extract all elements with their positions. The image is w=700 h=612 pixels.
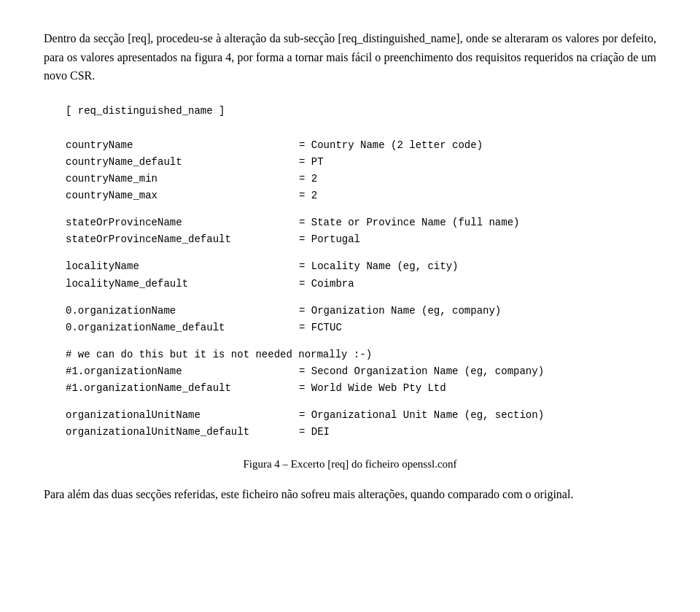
code-line-18: organizationalUnitName= Organizational U… (66, 407, 656, 424)
code-line-19: organizationalUnitName_default= DEI (66, 424, 656, 441)
code-line-15: #1.organizationName= Second Organization… (66, 363, 656, 380)
bottom-paragraph: Para além das duas secções referidas, es… (44, 485, 656, 504)
code-line-8: localityName= Locality Name (eg, city) (66, 258, 656, 275)
code-block: [ req_distinguished_name ] (66, 103, 656, 120)
code-line-1: countryName_default= PT (66, 154, 656, 171)
code-key-3: countryName_max (66, 187, 299, 204)
code-value-18: Organizational Unit Name (eg, section) (311, 407, 544, 424)
code-eq-12: = (299, 319, 311, 336)
code-line-2: countryName_min= 2 (66, 171, 656, 187)
code-line-5: stateOrProvinceName= State or Province N… (66, 214, 656, 231)
code-value-1: PT (311, 154, 324, 171)
code-eq-3: = (299, 187, 311, 204)
intro-paragraph: Dentro da secção [req], procedeu-se à al… (44, 29, 656, 85)
code-eq-5: = (299, 214, 311, 231)
code-line-14: # we can do this but it is not needed no… (66, 346, 656, 363)
code-key-0: countryName (66, 137, 299, 154)
code-key-6: stateOrProvinceName_default (66, 231, 299, 248)
code-eq-2: = (299, 171, 311, 187)
code-spacer-17 (66, 397, 656, 407)
figure-caption: Figura 4 – Excerto [req] do ficheiro ope… (44, 458, 656, 470)
code-spacer-7 (66, 248, 656, 258)
code-section-header: [ req_distinguished_name ] (66, 103, 656, 120)
code-value-0: Country Name (2 letter code) (311, 137, 483, 154)
code-eq-6: = (299, 231, 311, 248)
code-key-12: 0.organizationName_default (66, 319, 299, 336)
code-key-11: 0.organizationName (66, 303, 299, 319)
code-line-12: 0.organizationName_default= FCTUC (66, 319, 656, 336)
code-line-3: countryName_max= 2 (66, 187, 656, 204)
code-line-16: #1.organizationName_default= World Wide … (66, 380, 656, 397)
code-key-8: localityName (66, 258, 299, 275)
code-spacer-13 (66, 336, 656, 346)
code-key-5: stateOrProvinceName (66, 214, 299, 231)
code-value-8: Locality Name (eg, city) (311, 258, 459, 275)
code-eq-0: = (299, 137, 311, 154)
code-spacer-10 (66, 293, 656, 303)
code-value-11: Organization Name (eg, company) (311, 303, 501, 319)
code-eq-19: = (299, 424, 311, 441)
code-line-9: localityName_default= Coimbra (66, 276, 656, 293)
code-lines-container: countryName= Country Name (2 letter code… (66, 137, 656, 441)
code-key-2: countryName_min (66, 171, 299, 187)
code-key-19: organizationalUnitName_default (66, 424, 299, 441)
code-value-19: DEI (311, 424, 330, 441)
code-eq-9: = (299, 276, 311, 293)
code-value-2: 2 (311, 171, 317, 187)
code-value-16: World Wide Web Pty Ltd (311, 380, 446, 397)
code-spacer-4 (66, 204, 656, 214)
code-line-6: stateOrProvinceName_default= Portugal (66, 231, 656, 248)
code-section-header-text: [ req_distinguished_name ] (66, 103, 225, 120)
code-eq-18: = (299, 407, 311, 424)
code-key-15: #1.organizationName (66, 363, 299, 380)
code-eq-15: = (299, 363, 311, 380)
code-value-15: Second Organization Name (eg, company) (311, 363, 544, 380)
code-key-16: #1.organizationName_default (66, 380, 299, 397)
code-eq-1: = (299, 154, 311, 171)
code-key-9: localityName_default (66, 276, 299, 293)
code-eq-16: = (299, 380, 311, 397)
code-eq-11: = (299, 303, 311, 319)
code-value-3: 2 (311, 187, 317, 204)
code-line-11: 0.organizationName= Organization Name (e… (66, 303, 656, 319)
code-value-12: FCTUC (311, 319, 342, 336)
code-value-5: State or Province Name (full name) (311, 214, 520, 231)
code-key-1: countryName_default (66, 154, 299, 171)
code-key-18: organizationalUnitName (66, 407, 299, 424)
code-value-9: Coimbra (311, 276, 354, 293)
code-line-0: countryName= Country Name (2 letter code… (66, 137, 656, 154)
code-value-6: Portugal (311, 231, 360, 248)
code-key-14: # we can do this but it is not needed no… (66, 346, 372, 363)
code-eq-8: = (299, 258, 311, 275)
